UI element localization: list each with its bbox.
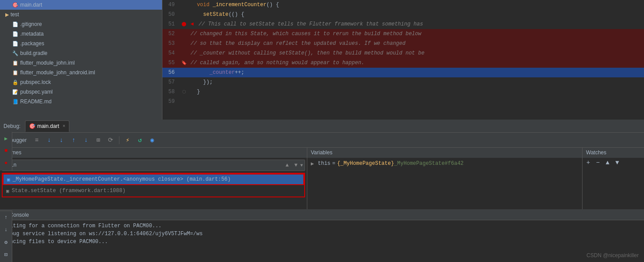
- left-settings-btn[interactable]: ⚙: [1, 237, 11, 247]
- sidebar-label-readme: README.md: [20, 98, 51, 105]
- sidebar-item-iml2[interactable]: 📋 flutter_module_john_android.iml: [0, 68, 162, 77]
- debug-tab-label: main.dart: [37, 123, 59, 129]
- toolbar-run-cursor-btn[interactable]: ↑: [81, 135, 91, 145]
- console-line-1: Debug service listening on ws://127.0.0.…: [4, 230, 640, 238]
- toolbar-evaluate-btn[interactable]: ⊞: [94, 135, 103, 145]
- sidebar-item-packages[interactable]: 📄 .packages: [0, 39, 162, 48]
- frames-content: main ▲ ▼ ▼ ▣ _MyHomePageState._increment…: [0, 158, 307, 209]
- console-line-0: Waiting for a connection from Flutter on…: [4, 222, 640, 230]
- toolbar-step-out-btn[interactable]: ↑: [69, 135, 79, 145]
- file-icon-metadata: 📄: [12, 31, 18, 37]
- frame-list: ▣ _MyHomePageState._incrementCounter.<an…: [3, 174, 304, 196]
- watches-down-btn[interactable]: ▼: [613, 159, 621, 167]
- frame-icon-1: ▣: [6, 188, 9, 194]
- line-content-50: setState(() {: [189, 11, 644, 18]
- sidebar-item-main-dart[interactable]: 🎯 main.dart: [0, 0, 162, 10]
- toolbar-force-step-btn[interactable]: ⚡: [123, 135, 133, 145]
- left-grid-btn[interactable]: ⊡: [1, 250, 11, 259]
- line-content-57: });: [189, 79, 644, 85]
- toolbar-step-over-btn[interactable]: ↑: [44, 135, 54, 145]
- frame-item-0[interactable]: ▣ _MyHomePageState._incrementCounter.<an…: [3, 174, 304, 185]
- line-number-50: 50: [162, 11, 179, 18]
- left-down-btn[interactable]: ↓: [1, 225, 11, 235]
- sidebar-label-iml1: flutter_module_john.iml: [20, 60, 75, 66]
- file-icon-yaml: 📝: [12, 89, 18, 95]
- code-line-55: 55 🔖 // called again, and so nothing wou…: [162, 58, 644, 68]
- watches-header: Watches: [583, 148, 644, 158]
- toolbar-hot-reload-btn[interactable]: ↺: [135, 135, 145, 145]
- line-number-57: 57: [162, 79, 179, 85]
- line-number-52: 52: [162, 31, 179, 37]
- line-number-54: 54: [162, 50, 179, 56]
- code-line-49: 49 void _incrementCounter() {: [162, 0, 644, 10]
- code-lines: 49 void _incrementCounter() { 50 setStat…: [162, 0, 644, 106]
- code-line-57: 57 });: [162, 77, 644, 87]
- toolbar-reset-btn[interactable]: ⟳: [106, 135, 115, 145]
- sidebar-item-pubspeclock[interactable]: 🔒 pubspec.lock: [0, 77, 162, 87]
- variable-expand-this[interactable]: ▶: [311, 160, 318, 167]
- debugger-main: Frames main ▲ ▼ ▼ ▣ _MyHom: [0, 148, 644, 209]
- variables-header: Variables: [307, 148, 582, 158]
- editor-section: 🎯 main.dart ▶ test 📄 .gitignore 📄 .metad…: [0, 0, 644, 120]
- sidebar-item-pubspecyaml[interactable]: 📝 pubspec.yaml: [0, 87, 162, 97]
- line-content-58: }: [189, 89, 644, 95]
- console-line-2: Syncing files to device PACM00...: [4, 238, 640, 246]
- sidebar-item-gitignore[interactable]: 📄 .gitignore: [0, 19, 162, 29]
- sidebar-label-gitignore: .gitignore: [20, 21, 42, 27]
- sidebar-item-readme[interactable]: 📘 README.md: [0, 97, 162, 106]
- frames-red-border: ▣ _MyHomePageState._incrementCounter.<an…: [2, 173, 305, 197]
- sidebar-label-packages: .packages: [20, 40, 44, 47]
- gutter-51: [179, 22, 189, 26]
- code-editor: 49 void _incrementCounter() { 50 setStat…: [162, 0, 644, 120]
- watches-add-btn[interactable]: +: [584, 159, 592, 167]
- bookmark-55: 🔖: [181, 60, 187, 66]
- file-icon-gradle: 🔧: [12, 51, 18, 56]
- frame-nav-up[interactable]: ▲: [283, 161, 291, 170]
- breakpoint-51[interactable]: [182, 22, 186, 26]
- toolbar-step-into-btn[interactable]: ↓: [57, 135, 66, 145]
- frame-nav-down[interactable]: ▼: [291, 161, 300, 170]
- file-icon-gitignore: 📄: [12, 22, 18, 27]
- line-number-51: 51: [162, 21, 179, 27]
- sidebar-item-metadata[interactable]: 📄 .metadata: [0, 29, 162, 39]
- left-up-btn[interactable]: ↑: [1, 213, 11, 222]
- code-line-59: 59: [162, 97, 644, 106]
- debug-tab-main[interactable]: 🎯 main.dart ×: [25, 120, 69, 132]
- gutter-55: 🔖: [179, 60, 189, 66]
- debug-tab-close[interactable]: ×: [63, 124, 65, 128]
- line-number-59: 59: [162, 98, 179, 105]
- console-output: Waiting for a connection from Flutter on…: [0, 220, 644, 247]
- variable-value-this: _MyHomePageState#f6a42: [394, 160, 464, 167]
- variables-panel: Variables ▶ this = {_MyHomePageState} _M…: [307, 148, 583, 209]
- debugger-section: Debug: 🎯 main.dart × Debugger ≡ ↑ ↓ ↑ ↑ …: [0, 120, 644, 262]
- file-icon-iml2: 📋: [12, 70, 18, 76]
- sidebar-item-iml1[interactable]: 📋 flutter_module_john.iml: [0, 58, 162, 68]
- code-line-56: 56 _counter++;: [162, 68, 644, 77]
- watches-panel: Watches + − ▲ ▼: [583, 148, 644, 209]
- toolbar-separator: [119, 136, 119, 144]
- console-area: ▶ Console Waiting for a connection from …: [0, 209, 644, 262]
- sidebar-label-metadata: .metadata: [20, 31, 43, 37]
- line-number-53: 53: [162, 40, 179, 47]
- watches-remove-btn[interactable]: −: [594, 159, 602, 167]
- sidebar-item-buildgradle[interactable]: 🔧 build.gradle: [0, 48, 162, 58]
- watches-up-btn[interactable]: ▲: [604, 159, 612, 167]
- variable-name-this: this: [318, 160, 331, 167]
- variable-item-this: ▶ this = {_MyHomePageState} _MyHomePageS…: [307, 158, 582, 169]
- frame-dropdown-arrow[interactable]: ▼: [300, 163, 303, 168]
- left-run-btn[interactable]: ▶: [1, 134, 11, 143]
- frame-item-1[interactable]: ▣ State.setState (framework.dart:1088): [3, 185, 304, 196]
- code-line-53: 53 // so that the display can reflect th…: [162, 39, 644, 48]
- toolbar-menu-btn[interactable]: ≡: [32, 135, 42, 145]
- sidebar-item-test[interactable]: ▶ test: [0, 10, 162, 19]
- file-icon-lock: 🔒: [12, 80, 18, 85]
- variable-equals-this: =: [332, 160, 335, 167]
- folder-icon-test: ▶: [5, 12, 9, 18]
- console-header: ▶ Console: [0, 210, 644, 220]
- left-dot-btn[interactable]: ●: [1, 158, 11, 168]
- frame-selector[interactable]: main ▲ ▼ ▼: [2, 160, 305, 171]
- toolbar-toggle-btn[interactable]: ◉: [148, 135, 157, 145]
- left-stop-btn[interactable]: ■: [1, 146, 11, 156]
- file-sidebar: 🎯 main.dart ▶ test 📄 .gitignore 📄 .metad…: [0, 0, 162, 120]
- watermark: CSDN @nicepainkiller: [586, 252, 639, 258]
